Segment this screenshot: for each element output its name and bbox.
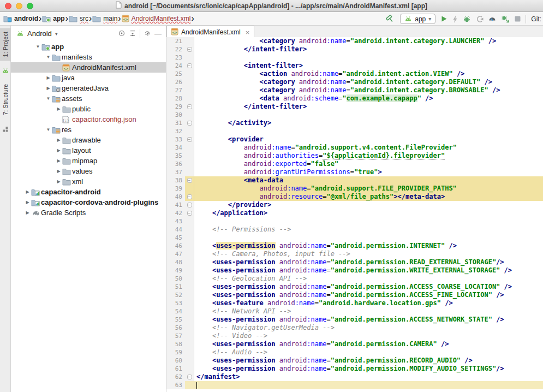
code-line-text[interactable]: <!-- Geolocation API --> (194, 275, 543, 283)
line-number[interactable]: 23 (166, 54, 185, 62)
code-line-text[interactable]: <meta-data (194, 176, 543, 185)
code-line-text[interactable]: <uses-permission android:name="android.p… (194, 266, 543, 275)
line-number[interactable]: 22 (166, 45, 185, 54)
line-number[interactable]: 28 (166, 94, 185, 103)
line-number[interactable]: 43 (166, 217, 185, 225)
line-number[interactable]: 63 (166, 381, 185, 389)
stop-button[interactable] (515, 16, 521, 22)
run-button[interactable] (440, 15, 447, 22)
code-line-42[interactable]: 42− </application> (166, 209, 543, 217)
tree-item-gradle-scripts[interactable]: ▶Gradle Scripts (11, 207, 166, 218)
expand-arrow-icon[interactable]: ▶ (55, 179, 62, 184)
line-number[interactable]: 42 (166, 209, 185, 217)
tree-item-manifests[interactable]: ▼manifests (11, 52, 166, 62)
tree-item-mipmap[interactable]: ▶mipmap (11, 156, 166, 166)
code-line-49[interactable]: 49 <uses-permission android:name="androi… (166, 266, 543, 275)
code-line-44[interactable]: 44 <!-- Permissions --> (166, 225, 543, 234)
fold-start-icon[interactable]: − (187, 63, 192, 68)
code-line-text[interactable]: <uses-feature android:name="android.hard… (194, 299, 543, 307)
code-line-23[interactable]: 23 (166, 54, 543, 62)
code-line-text[interactable]: </application> (194, 209, 543, 217)
tree-item-layout[interactable]: ▶layout (11, 145, 166, 156)
line-number[interactable]: 37 (166, 168, 185, 176)
breadcrumb-item-androidmanifest-xml[interactable]: <>AndroidManifest.xml (122, 15, 191, 22)
expand-arrow-icon[interactable]: ▶ (55, 138, 62, 142)
line-number[interactable]: 40 (166, 193, 185, 201)
tool-window-structure-button[interactable]: 7: Structure (0, 80, 11, 119)
breadcrumb-item-src[interactable]: src (69, 15, 88, 22)
code-line-text[interactable]: android:authorities="${applicationId}.fi… (194, 152, 543, 160)
code-line-text[interactable]: <category android:name="android.intent.c… (194, 37, 543, 45)
code-line-text[interactable]: <!-- Video --> (194, 332, 543, 340)
code-line-text[interactable] (194, 127, 543, 135)
line-number[interactable]: 26 (166, 78, 185, 86)
resource-manager-icon[interactable] (2, 68, 9, 73)
minimize-button[interactable] (16, 3, 22, 9)
code-line-48[interactable]: 48 <uses-permission android:name="androi… (166, 258, 543, 266)
close-button[interactable] (5, 3, 11, 9)
code-line-40[interactable]: 40− android:resource="@xml/file_paths"><… (166, 193, 543, 201)
expand-arrow-icon[interactable]: ▶ (55, 158, 62, 163)
code-line-text[interactable]: android:grantUriPermissions="true"> (194, 168, 543, 176)
fold-end-icon[interactable]: − (187, 194, 192, 199)
code-line-text[interactable]: android:resource="@xml/file_paths"></met… (194, 193, 543, 201)
line-number[interactable]: 57 (166, 332, 185, 340)
code-line-text[interactable]: <intent-filter> (194, 62, 543, 70)
code-line-29[interactable]: 29− </intent-filter> (166, 103, 543, 111)
code-line-43[interactable]: 43 (166, 217, 543, 225)
code-line-39[interactable]: 39 android:name="android.support.FILE_PR… (166, 185, 543, 193)
fold-end-icon[interactable]: − (187, 47, 192, 52)
line-number[interactable]: 58 (166, 340, 185, 348)
code-line-61[interactable]: 61 <uses-permission android:name="androi… (166, 365, 543, 373)
code-line-text[interactable]: <!-- Camera, Photos, input file --> (194, 250, 543, 258)
code-line-text[interactable]: </intent-filter> (194, 45, 543, 54)
expand-arrow-icon[interactable]: ▼ (45, 55, 52, 60)
code-line-text[interactable]: <category android:name="android.intent.c… (194, 78, 543, 86)
code-line-text[interactable]: <provider (194, 135, 543, 144)
breadcrumb-item-app[interactable]: app (42, 15, 64, 22)
code-line-24[interactable]: 24− <intent-filter> (166, 62, 543, 70)
chevron-down-icon[interactable]: ▾ (55, 31, 58, 37)
tree-item-res[interactable]: ▼res (11, 124, 166, 135)
code-line-text[interactable] (194, 381, 543, 389)
tree-item-androidmanifest-xml[interactable]: <>AndroidManifest.xml (11, 62, 166, 73)
expand-arrow-icon[interactable]: ▼ (34, 44, 41, 49)
tree-item-assets[interactable]: ▼assets (11, 93, 166, 104)
apply-changes-button[interactable] (452, 15, 458, 23)
line-number[interactable]: 56 (166, 324, 185, 332)
line-number[interactable]: 30 (166, 111, 185, 119)
tree-item-java[interactable]: ▶java (11, 73, 166, 83)
code-line-22[interactable]: 22− </intent-filter> (166, 45, 543, 54)
code-line-52[interactable]: 52 <uses-permission android:name="androi… (166, 291, 543, 299)
line-number[interactable]: 21 (166, 37, 185, 45)
debug-button[interactable] (463, 15, 471, 23)
code-line-32[interactable]: 32 (166, 127, 543, 135)
zoom-button[interactable] (27, 3, 33, 9)
code-line-21[interactable]: 21 <category android:name="android.inten… (166, 37, 543, 45)
code-line-text[interactable]: <!-- Navigator.getUserMedia --> (194, 324, 543, 332)
line-number[interactable]: 41 (166, 201, 185, 209)
code-line-30[interactable]: 30 (166, 111, 543, 119)
tab-androidmanifest[interactable]: <> AndroidManifest.xml × (166, 26, 254, 38)
code-line-text[interactable]: <uses-permission android:name="android.p… (194, 242, 543, 250)
line-number[interactable]: 32 (166, 127, 185, 135)
build-button[interactable] (386, 15, 395, 23)
expand-arrow-icon[interactable]: ▶ (55, 148, 62, 153)
code-line-27[interactable]: 27 <category android:name="android.inten… (166, 86, 543, 94)
code-line-text[interactable]: <uses-permission android:name="android.p… (194, 340, 543, 348)
code-line-57[interactable]: 57 <!-- Video --> (166, 332, 543, 340)
code-line-text[interactable] (194, 217, 543, 225)
expand-arrow-icon[interactable]: ▶ (24, 210, 31, 215)
code-line-38[interactable]: 38− <meta-data (166, 176, 543, 185)
line-number[interactable]: 38 (166, 176, 185, 185)
code-line-46[interactable]: 46 <uses-permission android:name="androi… (166, 242, 543, 250)
expand-arrow-icon[interactable]: ▶ (24, 200, 31, 205)
expand-arrow-icon[interactable]: ▶ (45, 75, 52, 80)
gear-icon[interactable] (144, 29, 151, 37)
code-line-47[interactable]: 47 <!-- Camera, Photos, input file --> (166, 250, 543, 258)
line-number[interactable]: 49 (166, 266, 185, 275)
code-line-60[interactable]: 60 <uses-permission android:name="androi… (166, 357, 543, 365)
expand-arrow-icon[interactable]: ▶ (24, 189, 31, 194)
code-line-56[interactable]: 56 <!-- Navigator.getUserMedia --> (166, 324, 543, 332)
line-number[interactable]: 54 (166, 307, 185, 316)
